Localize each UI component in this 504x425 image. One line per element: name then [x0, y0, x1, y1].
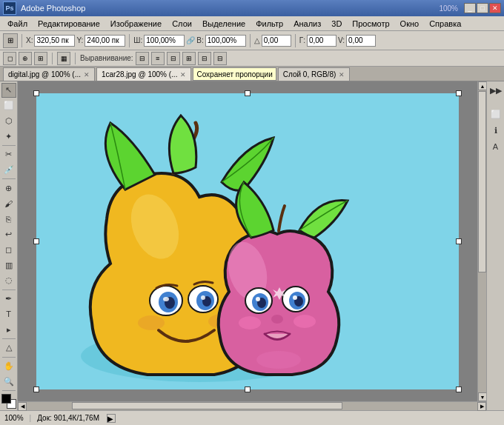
tool-pen[interactable]: ✒ — [1, 292, 16, 307]
fg-color-swatch[interactable] — [1, 394, 11, 404]
tab-1car28[interactable]: 1car28.jpg @ 100% (... ✕ — [96, 67, 191, 81]
scroll-down-btn[interactable]: ▼ — [478, 392, 486, 401]
y-label: Y: — [76, 36, 83, 44]
tool-mode-btn2[interactable]: ⊕ — [19, 52, 32, 65]
tool-crop[interactable]: ✂ — [1, 147, 16, 162]
right-btn-panel3[interactable]: A — [488, 139, 503, 154]
tool-history[interactable]: ↩ — [1, 227, 16, 242]
tool-sep3 — [2, 290, 16, 290]
align-left[interactable]: ⊟ — [136, 52, 149, 65]
tool-wand[interactable]: ✦ — [1, 129, 16, 144]
title-bar-controls: _ □ ✕ — [464, 3, 501, 13]
menu-file[interactable]: Файл — [3, 19, 32, 29]
scroll-h-thumb[interactable] — [72, 402, 342, 409]
align-vcenter[interactable]: ⊟ — [198, 52, 211, 65]
tab-1car28-label: 1car28.jpg @ 100% (... — [102, 70, 177, 78]
menu-filter[interactable]: Фильтр — [251, 19, 288, 29]
tooltip-proportions: Сохраняет пропорции — [193, 67, 276, 81]
y-input[interactable] — [84, 35, 125, 47]
svg-point-18 — [256, 297, 260, 301]
menu-3d[interactable]: 3D — [327, 19, 346, 29]
main-area: ↖ ⬜ ⬡ ✦ ✂ 💉 ⊕ 🖌 ⎘ ↩ ◻ ▥ ◌ ✒ T ▸ △ — [0, 81, 504, 410]
svg-point-11 — [138, 315, 165, 330]
tool-hand[interactable]: ✋ — [1, 359, 16, 374]
close-button[interactable]: ✕ — [489, 3, 501, 13]
tab-digital-close[interactable]: ✕ — [84, 71, 90, 78]
align-right[interactable]: ⊟ — [167, 52, 180, 65]
hskew-input[interactable] — [307, 35, 336, 47]
right-btn-collapse[interactable]: ▶▶ — [488, 83, 503, 98]
color-swatches[interactable] — [1, 394, 16, 409]
canvas-area[interactable] — [18, 81, 477, 401]
menu-help[interactable]: Справка — [425, 19, 465, 29]
tool-zoom[interactable]: 🔍 — [1, 374, 16, 389]
x-input[interactable] — [34, 35, 75, 47]
tab-layer-close[interactable]: ✕ — [339, 71, 345, 78]
align-bottom[interactable]: ⊟ — [213, 52, 227, 65]
tool-shape[interactable]: △ — [1, 341, 16, 355]
tab-digital[interactable]: digital.jpg @ 100% (... ✕ — [3, 67, 95, 81]
sep — [52, 53, 53, 64]
vskew-input[interactable] — [346, 35, 376, 47]
align-center[interactable]: ≡ — [151, 52, 165, 65]
h-input[interactable] — [205, 35, 246, 47]
tool-sep4 — [2, 338, 16, 339]
scroll-v-track[interactable] — [478, 90, 486, 392]
svg-point-23 — [271, 315, 283, 324]
doc-info-btn[interactable]: ▶ — [107, 414, 116, 423]
tool-type[interactable]: T — [1, 307, 16, 321]
tool-lasso[interactable]: ⬡ — [1, 114, 16, 129]
options-bar2: ◻ ⊕ ⊞ ▦ Выравнивание: ⊟ ≡ ⊟ ⊞ ⊟ ⊟ — [0, 50, 504, 67]
left-toolbar: ↖ ⬜ ⬡ ✦ ✂ 💉 ⊕ 🖌 ⎘ ↩ ◻ ▥ ◌ ✒ T ▸ △ — [0, 81, 18, 410]
menu-analysis[interactable]: Анализ — [289, 19, 325, 29]
tool-mode-btn1[interactable]: ◻ — [3, 52, 16, 65]
menu-image[interactable]: Изображение — [106, 19, 166, 29]
svg-point-24 — [239, 316, 261, 329]
lock-proportions-icon[interactable]: 🔗 — [186, 36, 195, 44]
tool-heal[interactable]: ⊕ — [1, 181, 16, 195]
tab-bar: digital.jpg @ 100% (... ✕ 1car28.jpg @ 1… — [0, 67, 504, 81]
tool-path-select[interactable]: ▸ — [1, 322, 16, 337]
scroll-up-btn[interactable]: ▲ — [478, 81, 486, 90]
right-btn-panel2[interactable]: ℹ — [488, 123, 503, 138]
rot-label: △ — [254, 36, 260, 44]
vertical-scrollbar[interactable]: ▲ ▼ — [477, 81, 486, 401]
tool-brush[interactable]: 🖌 — [1, 196, 16, 211]
tool-sep6 — [2, 390, 16, 391]
tool-marquee[interactable]: ⬜ — [1, 98, 16, 113]
scroll-v-thumb[interactable] — [478, 91, 486, 272]
tab-layer[interactable]: Слой 0, RGB/8) ✕ — [278, 67, 351, 81]
tool-move[interactable]: ↖ — [1, 83, 16, 98]
minimize-button[interactable]: _ — [464, 3, 476, 13]
title-bar: Ps Adobe Photoshop 100% _ □ ✕ — [0, 0, 504, 16]
horizontal-scrollbar[interactable]: ◀ ▶ — [18, 401, 486, 410]
tool-eyedropper[interactable]: 💉 — [1, 163, 16, 178]
align-top[interactable]: ⊞ — [182, 52, 196, 65]
right-btn-panel1[interactable]: ⬜ — [488, 107, 503, 121]
w-label: Ш: — [133, 36, 142, 44]
tool-mode-btn4[interactable]: ▦ — [57, 52, 70, 65]
menu-view[interactable]: Просмотр — [348, 19, 394, 29]
tool-sep2 — [2, 178, 16, 179]
tool-clone[interactable]: ⎘ — [1, 212, 16, 227]
menu-window[interactable]: Окно — [396, 19, 424, 29]
scroll-right-btn[interactable]: ▶ — [477, 402, 486, 411]
options-icon[interactable]: ⊞ — [3, 33, 18, 48]
w-input[interactable] — [144, 35, 185, 47]
title-text: Adobe Photoshop — [21, 4, 85, 13]
rot-input[interactable] — [262, 35, 291, 47]
status-sep: | — [30, 414, 32, 422]
tab-1car28-close[interactable]: ✕ — [180, 71, 186, 78]
tool-blur[interactable]: ◌ — [1, 273, 16, 288]
tool-gradient[interactable]: ▥ — [1, 258, 16, 272]
vskew-label: V: — [338, 36, 345, 44]
tool-eraser[interactable]: ◻ — [1, 242, 16, 257]
menu-layers[interactable]: Слои — [168, 19, 196, 29]
scroll-left-btn[interactable]: ◀ — [18, 402, 27, 411]
scroll-h-track[interactable] — [27, 402, 477, 410]
menu-edit[interactable]: Редактирование — [33, 19, 105, 29]
tool-mode-btn3[interactable]: ⊞ — [34, 52, 47, 65]
maximize-button[interactable]: □ — [477, 3, 488, 13]
menu-bar: Файл Редактирование Изображение Слои Выд… — [0, 16, 504, 31]
menu-select[interactable]: Выделение — [198, 19, 250, 29]
